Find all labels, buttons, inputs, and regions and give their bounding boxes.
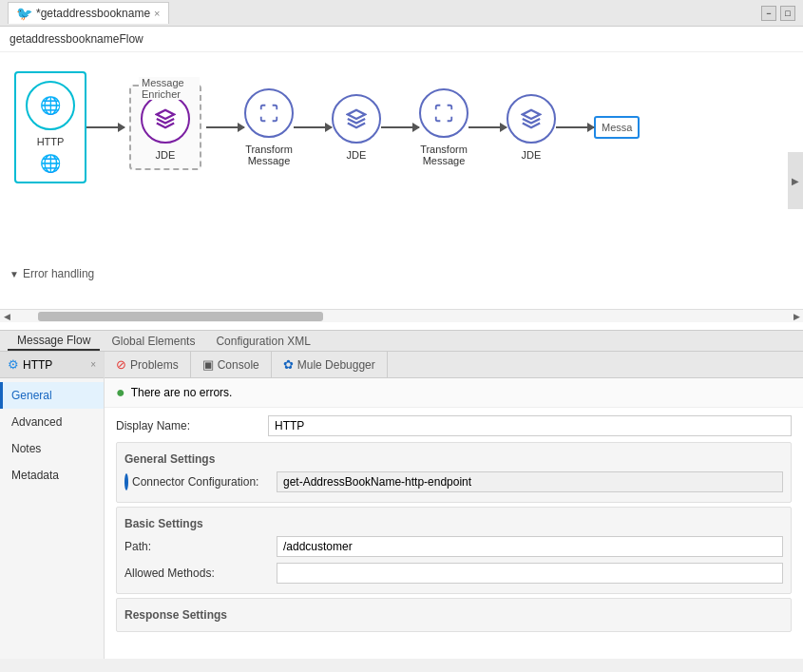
flow-nodes: 🌐 HTTP 🌐 Message Enricher JDE	[0, 52, 803, 202]
left-sidebar: ⚙ HTTP × General Advanced Notes Metadata	[0, 352, 105, 659]
status-message: There are no errors.	[131, 386, 233, 399]
main-content: ● There are no errors. Display Name: Gen…	[105, 378, 803, 659]
display-name-row: Display Name:	[116, 415, 792, 436]
sidebar-item-advanced[interactable]: Advanced	[0, 409, 104, 435]
h-scrollbar[interactable]: ◀ ▶	[0, 309, 803, 322]
debugger-label: Mule Debugger	[297, 358, 375, 372]
tab-label: *getaddressbookname	[36, 7, 150, 20]
arrow-3	[294, 126, 332, 128]
arrow-1	[86, 126, 124, 128]
arrow-5	[468, 126, 507, 128]
panel-tabs: ⊘ Problems ▣ Console ✿ Mule Debugger	[105, 352, 803, 378]
console-label: Console	[218, 358, 259, 372]
minimize-button[interactable]: −	[761, 6, 776, 21]
connector-config-input[interactable]	[277, 471, 783, 492]
messa-node: Messa	[594, 116, 640, 139]
window-controls: − □	[761, 6, 795, 21]
sidebar-items: General Advanced Notes Metadata	[0, 378, 104, 492]
right-content: ⊘ Problems ▣ Console ✿ Mule Debugger ● T…	[105, 352, 803, 659]
flow-name: getaddressbooknameFlow	[0, 27, 803, 52]
jde3-node[interactable]: JDE	[507, 94, 556, 161]
jde1-label: JDE	[156, 149, 176, 161]
connector-dot-icon	[124, 473, 128, 490]
title-bar: 🐦 *getaddressbookname × − □	[0, 0, 803, 27]
display-name-input[interactable]	[268, 415, 792, 436]
enricher-group: JDE	[141, 94, 190, 161]
arrow-4	[381, 126, 419, 128]
error-handling[interactable]: ▼ Error handling	[10, 267, 94, 280]
status-bar: ● There are no errors.	[105, 378, 803, 408]
tab-close-icon[interactable]: ×	[154, 8, 160, 19]
transform1-circle	[244, 88, 294, 138]
transform2-node[interactable]: TransformMessage	[419, 88, 468, 166]
general-settings-title: General Settings	[124, 452, 783, 466]
scroll-right-button[interactable]: ▶	[790, 310, 803, 322]
jde1-circle	[141, 94, 190, 144]
jde3-circle	[507, 94, 556, 144]
allowed-methods-input[interactable]	[277, 563, 783, 584]
tab-config-xml[interactable]: Configuration XML	[206, 333, 319, 350]
sidebar-item-general[interactable]: General	[0, 382, 104, 409]
arrow-6	[556, 126, 594, 128]
status-ok-icon: ●	[116, 384, 125, 401]
allowed-methods-row: Allowed Methods:	[124, 563, 783, 584]
problems-label: Problems	[130, 358, 179, 372]
jde2-node[interactable]: JDE	[332, 94, 381, 161]
jde3-label: JDE	[522, 149, 542, 161]
transform1-label: TransformMessage	[245, 144, 293, 166]
http-circle: 🌐	[26, 81, 75, 130]
http-label: HTTP	[37, 136, 65, 147]
allowed-methods-label: Allowed Methods:	[124, 566, 277, 580]
debugger-icon: ✿	[283, 357, 294, 372]
http-node-box[interactable]: 🌐 HTTP 🌐	[14, 71, 86, 183]
display-name-label: Display Name:	[116, 419, 268, 432]
scroll-right-arrow[interactable]: ▶	[788, 152, 803, 209]
arrow-2	[206, 126, 244, 128]
jde1-node[interactable]: JDE	[141, 94, 190, 161]
enricher-box[interactable]: Message Enricher JDE	[129, 85, 201, 170]
gear-icon: ⚙	[8, 357, 19, 372]
sidebar-item-metadata[interactable]: Metadata	[0, 462, 104, 489]
path-input[interactable]	[277, 536, 783, 557]
enricher-label: Message Enricher	[139, 77, 200, 100]
http-tab-close[interactable]: ×	[90, 359, 96, 370]
bottom-nav: Message Flow Global Elements Configurati…	[0, 331, 803, 352]
tab-mule-debugger[interactable]: ✿ Mule Debugger	[272, 352, 388, 377]
scrollbar-thumb[interactable]	[38, 312, 323, 321]
http-tab-label: HTTP	[23, 358, 52, 372]
response-settings-section: Response Settings	[116, 598, 792, 632]
maximize-button[interactable]: □	[780, 6, 795, 21]
transform2-label: TransformMessage	[420, 144, 468, 166]
connector-config-label: Connector Configuration:	[124, 475, 277, 489]
tab-problems[interactable]: ⊘ Problems	[105, 352, 191, 377]
console-icon: ▣	[202, 357, 214, 372]
bird-icon: 🐦	[16, 6, 32, 21]
path-row: Path:	[124, 536, 783, 557]
chevron-icon: ▼	[10, 269, 19, 279]
title-tab[interactable]: 🐦 *getaddressbookname ×	[8, 2, 169, 24]
http-globe-bottom: 🌐	[40, 153, 61, 174]
tab-message-flow[interactable]: Message Flow	[8, 332, 100, 351]
basic-settings-title: Basic Settings	[124, 517, 783, 530]
sidebar-item-notes[interactable]: Notes	[0, 435, 104, 462]
form-area: Display Name: General Settings Connector…	[105, 408, 803, 659]
problems-icon: ⊘	[116, 357, 126, 372]
general-settings-section: General Settings Connector Configuration…	[116, 442, 792, 503]
http-tab-header: ⚙ HTTP ×	[0, 352, 104, 378]
path-label: Path:	[124, 540, 277, 553]
transform1-node[interactable]: TransformMessage	[244, 88, 294, 166]
response-settings-title: Response Settings	[124, 608, 783, 622]
transform2-circle	[419, 88, 468, 138]
scroll-left-button[interactable]: ◀	[0, 310, 13, 322]
lower-panel: ⚙ HTTP × General Advanced Notes Metadata…	[0, 352, 803, 659]
flow-canvas: 🌐 HTTP 🌐 Message Enricher JDE	[0, 52, 803, 309]
tab-global-elements[interactable]: Global Elements	[102, 333, 204, 350]
flow-area: getaddressbooknameFlow 🌐 HTTP 🌐 Message …	[0, 27, 803, 331]
tab-console[interactable]: ▣ Console	[191, 352, 272, 377]
error-handling-label: Error handling	[23, 267, 94, 280]
basic-settings-section: Basic Settings Path: Allowed Methods:	[116, 507, 792, 594]
connector-config-row: Connector Configuration:	[124, 471, 783, 492]
jde2-label: JDE	[347, 149, 367, 161]
jde2-circle	[332, 94, 381, 144]
